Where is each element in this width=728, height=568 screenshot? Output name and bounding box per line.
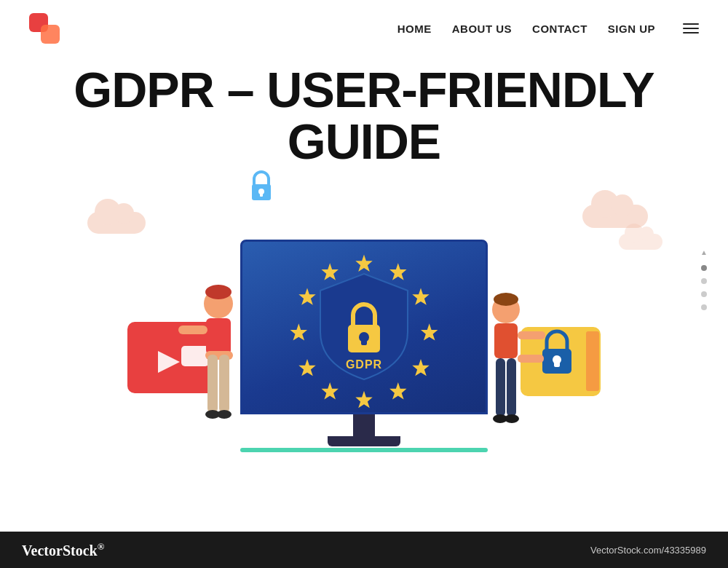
svg-rect-5 — [181, 346, 209, 366]
svg-rect-12 — [207, 355, 218, 413]
svg-rect-35 — [554, 360, 560, 367]
nav-signup[interactable]: SIGN UP — [608, 23, 655, 35]
svg-point-38 — [494, 293, 518, 306]
footer-url: VectorStock.com/43335989 — [590, 545, 706, 556]
monitor-screen: GDPR — [240, 240, 488, 414]
cloud-left — [87, 212, 146, 234]
shield: GDPR — [313, 270, 415, 383]
svg-rect-13 — [219, 355, 229, 413]
logo-icon — [29, 13, 60, 44]
hamburger-line — [683, 23, 699, 25]
svg-rect-30 — [361, 338, 367, 345]
page-title: GDPR – USER-FRIENDLY GUIDE — [0, 57, 728, 168]
hamburger-menu[interactable] — [683, 23, 699, 33]
logo[interactable] — [29, 13, 60, 44]
small-lock-icon — [248, 168, 275, 211]
svg-point-15 — [217, 410, 232, 419]
svg-marker-21 — [389, 382, 406, 399]
character-left — [127, 282, 251, 452]
svg-marker-23 — [322, 382, 339, 399]
logo-square-orange — [41, 25, 60, 44]
hamburger-line — [683, 28, 699, 29]
header: HOME ABOUT US CONTACT SIGN UP — [0, 0, 728, 57]
svg-point-8 — [205, 285, 232, 299]
footer-trademark: ® — [98, 541, 105, 552]
svg-marker-22 — [355, 391, 372, 408]
monitor-neck — [353, 414, 375, 436]
up-arrow-icon: ▲ — [700, 248, 708, 256]
nav-contact[interactable]: CONTACT — [532, 23, 587, 35]
svg-rect-39 — [494, 323, 518, 358]
nav: HOME ABOUT US CONTACT SIGN UP — [397, 23, 699, 35]
svg-marker-16 — [355, 254, 372, 271]
svg-rect-2 — [260, 192, 263, 197]
footer-logo: VectorStock® — [22, 541, 104, 559]
monitor-base — [328, 436, 400, 446]
character-right — [486, 289, 606, 452]
svg-rect-42 — [496, 358, 505, 417]
svg-rect-10 — [178, 326, 207, 334]
svg-marker-25 — [290, 323, 307, 340]
nav-dot[interactable] — [701, 265, 707, 271]
svg-rect-40 — [518, 331, 545, 339]
nav-dot[interactable] — [701, 278, 707, 284]
nav-dot[interactable] — [701, 304, 707, 310]
monitor-floor — [240, 448, 488, 452]
svg-rect-41 — [518, 355, 544, 363]
cloud-right2 — [619, 234, 662, 250]
footer-logo-text: VectorStock — [22, 542, 98, 558]
svg-rect-43 — [507, 358, 516, 417]
illustration: ▲ — [0, 168, 728, 474]
hamburger-line — [683, 32, 699, 33]
svg-text:GDPR: GDPR — [346, 358, 382, 371]
nav-dot[interactable] — [701, 291, 707, 297]
svg-marker-19 — [421, 323, 438, 340]
nav-about[interactable]: ABOUT US — [452, 23, 512, 35]
svg-point-45 — [505, 414, 519, 423]
monitor: GDPR — [240, 240, 488, 452]
svg-rect-36 — [586, 331, 599, 391]
svg-rect-9 — [206, 318, 231, 355]
footer: VectorStock® VectorStock.com/43335989 — [0, 532, 728, 568]
nav-home[interactable]: HOME — [397, 23, 432, 35]
side-nav: ▲ — [700, 248, 708, 310]
